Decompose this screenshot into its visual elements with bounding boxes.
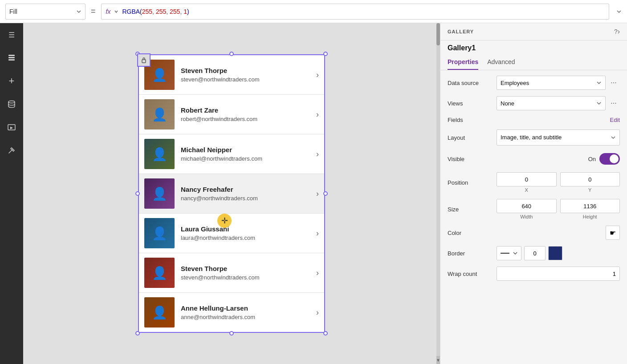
- gallery-item[interactable]: 👤 Laura Giussani laura@northwindtraders.…: [139, 214, 324, 253]
- handle-bl[interactable]: [135, 331, 140, 336]
- visible-row: Visible On: [448, 152, 620, 166]
- fill-chevron-icon: [76, 9, 81, 14]
- position-y-input[interactable]: [560, 172, 620, 186]
- canvas-scrollbar-thumb[interactable]: [436, 23, 440, 45]
- tools-icon[interactable]: [4, 142, 20, 158]
- formula-bar-chevron-icon[interactable]: [616, 9, 622, 14]
- avatar: 👤: [144, 297, 175, 328]
- views-more-button[interactable]: ···: [607, 97, 620, 109]
- gallery-info: Anne Hellung-Larsen anne@northwindtrader…: [175, 304, 314, 320]
- wrap-count-input[interactable]: [497, 267, 620, 281]
- handle-tr[interactable]: [323, 52, 328, 56]
- item-chevron-icon[interactable]: ›: [316, 189, 319, 198]
- formula-text: RGBA(255, 255, 255, 1): [122, 8, 189, 15]
- move-cursor-icon[interactable]: ✛: [217, 214, 232, 228]
- size-inputs: Width Height: [497, 199, 620, 219]
- gallery-info: Steven Thorpe steven@northwindtraders.co…: [175, 265, 314, 281]
- size-width-label: Width: [520, 214, 533, 219]
- left-sidebar: ☰ +: [0, 23, 23, 364]
- item-chevron-icon[interactable]: ›: [316, 110, 319, 119]
- size-row: Size Width Height: [448, 199, 620, 219]
- data-source-dropdown[interactable]: Employees: [497, 76, 606, 90]
- handle-bm[interactable]: [229, 331, 234, 336]
- formula-bar[interactable]: fx RGBA(255, 255, 255, 1): [101, 4, 609, 20]
- border-style-button[interactable]: [497, 246, 521, 260]
- wrap-count-value: [497, 267, 620, 281]
- avatar: 👤: [144, 139, 175, 169]
- svg-point-3: [8, 101, 15, 103]
- handle-tm[interactable]: [229, 52, 234, 56]
- fields-row: Fields Edit: [448, 117, 620, 123]
- fields-edit-link[interactable]: Edit: [610, 117, 620, 123]
- position-x-input[interactable]: [497, 172, 557, 186]
- gallery-widget[interactable]: 👤 Steven Thorpe steven@northwindtraders.…: [138, 54, 325, 333]
- top-toolbar: Fill = fx RGBA(255, 255, 255, 1): [0, 0, 627, 23]
- gallery-item[interactable]: 👤 Nancy Freehafer nancy@northwindtraders…: [139, 174, 324, 214]
- fx-chevron-icon: [114, 9, 118, 14]
- gallery-item[interactable]: 👤 Robert Zare robert@northwindtraders.co…: [139, 95, 324, 134]
- item-chevron-icon[interactable]: ›: [316, 308, 319, 317]
- item-chevron-icon[interactable]: ›: [316, 229, 319, 238]
- size-height-label: Height: [583, 214, 597, 219]
- item-chevron-icon[interactable]: ›: [316, 150, 319, 159]
- panel-section-label: GALLERY: [448, 29, 611, 34]
- layout-chevron-icon: [611, 135, 616, 140]
- avatar: 👤: [144, 178, 175, 209]
- border-style-chevron-icon: [513, 251, 517, 255]
- employee-name: Robert Zare: [181, 106, 314, 114]
- menu-icon[interactable]: ☰: [4, 27, 20, 43]
- border-line-icon: [501, 253, 509, 254]
- size-height-input[interactable]: [560, 199, 620, 213]
- gallery-item[interactable]: 👤 Steven Thorpe steven@northwindtraders.…: [139, 253, 324, 293]
- item-chevron-icon[interactable]: ›: [316, 70, 319, 80]
- layers-icon[interactable]: [4, 50, 20, 66]
- help-icon[interactable]: ?: [614, 28, 618, 35]
- tab-properties[interactable]: Properties: [448, 55, 478, 70]
- data-source-label: Data source: [448, 80, 497, 86]
- gallery-lock-icon[interactable]: [137, 53, 151, 67]
- position-x-label: X: [525, 187, 528, 193]
- gallery-info: Michael Neipper michael@northwindtraders…: [175, 146, 314, 162]
- panel-header: GALLERY ? ›: [440, 23, 627, 40]
- handle-mr[interactable]: [323, 191, 328, 196]
- canvas-scrollbar[interactable]: ▼: [436, 23, 440, 364]
- views-chevron-icon: [596, 101, 602, 106]
- svg-rect-1: [8, 57, 15, 58]
- panel-tabs: Properties Advanced: [440, 55, 627, 70]
- canvas-area[interactable]: ✛ 👤 Steven Thorpe steven@northwindtrader…: [23, 23, 440, 364]
- views-dropdown[interactable]: None: [497, 96, 606, 110]
- handle-br[interactable]: [323, 331, 328, 336]
- item-chevron-icon[interactable]: ›: [316, 268, 319, 278]
- position-xy: X Y: [497, 172, 620, 193]
- database-icon[interactable]: [4, 96, 20, 112]
- views-label: Views: [448, 100, 497, 107]
- data-source-row: Data source Employees ···: [448, 76, 620, 90]
- border-color-button[interactable]: [548, 246, 562, 260]
- color-picker-button[interactable]: ☛: [606, 226, 620, 240]
- position-y-label: Y: [588, 187, 591, 193]
- data-source-selected: Employees: [501, 80, 596, 86]
- tab-advanced[interactable]: Advanced: [487, 55, 515, 70]
- fill-select[interactable]: Fill: [5, 4, 86, 20]
- fields-label: Fields: [448, 117, 610, 123]
- panel-collapse-button[interactable]: ›: [618, 28, 620, 36]
- border-thickness-input[interactable]: [524, 246, 546, 260]
- canvas-scroll-down[interactable]: ▼: [436, 356, 440, 364]
- handle-ml[interactable]: [135, 191, 140, 196]
- media-icon[interactable]: [4, 119, 20, 135]
- gallery-item[interactable]: 👤 Michael Neipper michael@northwindtrade…: [139, 134, 324, 174]
- layout-label: Layout: [448, 134, 497, 141]
- employee-name: Anne Hellung-Larsen: [181, 304, 314, 312]
- visible-toggle[interactable]: [599, 153, 620, 165]
- layout-dropdown[interactable]: Image, title, and subtitle: [497, 129, 620, 146]
- add-icon[interactable]: +: [4, 73, 20, 89]
- data-source-more-button[interactable]: ···: [607, 77, 620, 89]
- equals-sign: =: [89, 7, 98, 16]
- gallery-item[interactable]: 👤 Anne Hellung-Larsen anne@northwindtrad…: [139, 293, 324, 332]
- employee-email: anne@northwindtraders.com: [181, 314, 314, 320]
- border-row: Border: [448, 246, 620, 260]
- employee-name: Michael Neipper: [181, 146, 314, 154]
- gallery-item[interactable]: 👤 Steven Thorpe steven@northwindtraders.…: [139, 55, 324, 95]
- size-label: Size: [448, 206, 497, 213]
- size-width-input[interactable]: [497, 199, 557, 213]
